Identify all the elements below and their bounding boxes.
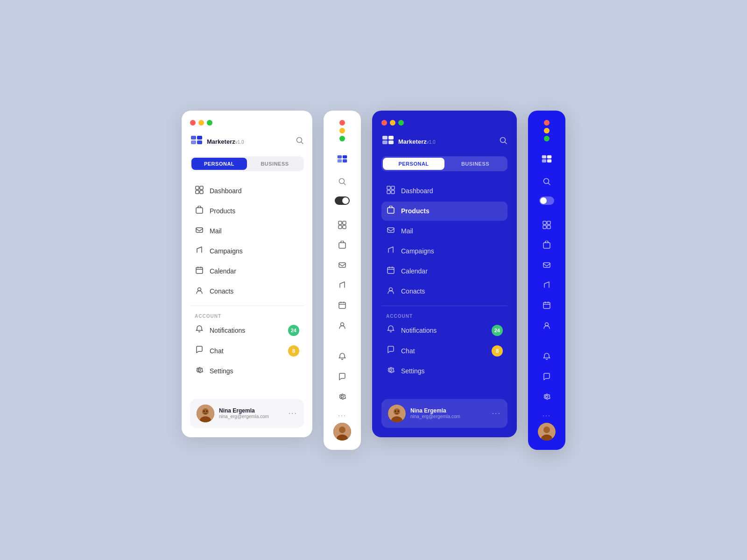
nav-main-3: Dashboard Products Mail Ca: [381, 182, 507, 392]
svg-rect-29: [339, 243, 345, 248]
collapsed-notifications-icon-dark[interactable]: [534, 348, 560, 368]
dot-maximize-4[interactable]: [544, 136, 550, 141]
svg-rect-37: [388, 136, 394, 140]
tab-business-dark[interactable]: BUSINESS: [444, 158, 506, 170]
collapsed-mail-icon[interactable]: [329, 256, 355, 276]
collapsed-more-button[interactable]: ···: [338, 412, 346, 419]
collapsed-settings-icon[interactable]: [329, 388, 355, 408]
dot-maximize[interactable]: [207, 120, 212, 126]
search-button[interactable]: [296, 136, 304, 147]
nav-item-mail-dark[interactable]: Mail: [381, 222, 507, 241]
svg-rect-6: [196, 186, 199, 189]
dot-close-2[interactable]: [339, 120, 345, 126]
dot-close[interactable]: [190, 120, 196, 126]
account-section-label-dark: ACCOUNT: [381, 311, 507, 321]
nav-item-notifications[interactable]: Notifications 24: [190, 321, 304, 340]
svg-rect-45: [391, 190, 395, 194]
more-menu-button-dark[interactable]: ···: [492, 409, 501, 418]
nav-item-mail[interactable]: Mail: [190, 222, 304, 241]
nav-item-products-dark[interactable]: Products: [381, 202, 507, 221]
collapsed-contacts-icon[interactable]: [329, 316, 355, 336]
user-footer-dark[interactable]: Nina Ergemla nina_erg@ergemla.com ···: [381, 399, 507, 428]
nav-item-settings[interactable]: Settings: [190, 362, 304, 381]
collapsed-campaigns-icon-dark[interactable]: [534, 276, 560, 296]
logo-icon: [190, 135, 203, 148]
nav-label-settings: Settings: [210, 367, 233, 375]
dot-close-3[interactable]: [381, 120, 387, 126]
nav-item-settings-dark[interactable]: Settings: [381, 362, 507, 381]
dot-minimize[interactable]: [198, 120, 204, 126]
collapsed-settings-icon-dark[interactable]: [534, 388, 560, 408]
nav-item-dashboard-dark[interactable]: Dashboard: [381, 182, 507, 201]
nav-item-campaigns-dark[interactable]: Campaigns: [381, 242, 507, 261]
svg-rect-64: [547, 225, 550, 229]
svg-rect-65: [543, 243, 550, 248]
nav-label-chat: Chat: [210, 347, 224, 355]
collapsed-products-icon-dark[interactable]: [534, 236, 560, 256]
tab-personal[interactable]: PERSONAL: [191, 158, 247, 170]
nav-item-chat-dark[interactable]: Chat 8: [381, 341, 507, 361]
tab-business[interactable]: BUSINESS: [247, 158, 303, 170]
nav-item-calendar-dark[interactable]: Calendar: [381, 262, 507, 281]
nav-item-notifications-dark[interactable]: Notifications 24: [381, 321, 507, 340]
svg-rect-25: [338, 221, 342, 224]
collapsed-dashboard-icon-dark[interactable]: [534, 216, 560, 236]
nav-label-notifications: Notifications: [210, 327, 245, 334]
nav-item-contacts[interactable]: Conacts: [190, 282, 304, 301]
collapsed-dashboard-icon[interactable]: [329, 216, 355, 236]
user-footer-1[interactable]: Nina Ergemla nina_erg@ergemla.com ···: [190, 399, 304, 428]
dot-minimize-3[interactable]: [390, 120, 395, 126]
nav-item-chat[interactable]: Chat 8: [190, 341, 304, 361]
collapsed-products-icon[interactable]: [329, 236, 355, 256]
dot-minimize-4[interactable]: [544, 128, 550, 133]
collapsed-chat-icon[interactable]: [329, 368, 355, 388]
collapsed-search-icon-dark[interactable]: [534, 173, 560, 193]
collapsed-logo-icon: [329, 150, 355, 173]
svg-rect-31: [339, 302, 345, 308]
collapsed-avatar-dark[interactable]: [538, 423, 556, 441]
window-controls-3: [381, 120, 507, 126]
collapsed-avatar[interactable]: [333, 423, 351, 441]
nav-label-contacts-dark: Conacts: [401, 287, 425, 295]
mail-icon: [195, 226, 204, 237]
more-menu-button-1[interactable]: ···: [289, 409, 297, 418]
collapsed-search-icon[interactable]: [329, 173, 355, 193]
collapsed-chat-icon-dark[interactable]: [534, 368, 560, 388]
nav-item-products[interactable]: Products: [190, 202, 304, 221]
collapsed-notifications-icon[interactable]: [329, 348, 355, 368]
collapsed-contacts-icon-dark[interactable]: [534, 316, 560, 336]
dashboard-icon-dark: [386, 186, 395, 196]
nav-item-calendar[interactable]: Calendar: [190, 262, 304, 281]
collapsed-calendar-icon-dark[interactable]: [534, 296, 560, 316]
dot-maximize-3[interactable]: [398, 120, 404, 126]
svg-rect-57: [542, 159, 546, 162]
tab-personal-dark[interactable]: PERSONAL: [383, 158, 444, 170]
nav-label-campaigns: Campaigns: [210, 247, 243, 255]
svg-point-34: [339, 427, 345, 433]
svg-rect-48: [388, 267, 394, 273]
nav-item-dashboard[interactable]: Dashboard: [190, 182, 304, 201]
chat-badge: 8: [288, 345, 299, 357]
avatar-dark: [388, 405, 406, 422]
svg-line-5: [302, 142, 303, 144]
search-button-dark[interactable]: [499, 136, 507, 147]
collapsed-campaigns-icon[interactable]: [329, 276, 355, 296]
nav-label-dashboard: Dashboard: [210, 187, 242, 195]
collapsed-toggle[interactable]: [335, 196, 350, 205]
settings-icon-dark: [386, 366, 395, 377]
svg-rect-38: [382, 140, 388, 144]
dot-close-4[interactable]: [544, 120, 550, 126]
nav-label-settings-dark: Settings: [401, 367, 425, 375]
collapsed-toggle-dark[interactable]: [539, 196, 554, 205]
svg-rect-66: [543, 263, 550, 267]
contacts-icon: [195, 286, 204, 297]
nav-item-contacts-dark[interactable]: Conacts: [381, 282, 507, 301]
dot-maximize-2[interactable]: [339, 136, 345, 141]
collapsed-calendar-icon[interactable]: [329, 296, 355, 316]
nav-item-campaigns[interactable]: Campaigns: [190, 242, 304, 261]
collapsed-more-button-dark[interactable]: ···: [543, 412, 551, 419]
dot-minimize-2[interactable]: [339, 128, 345, 133]
products-icon: [195, 206, 204, 217]
svg-rect-20: [343, 155, 347, 158]
collapsed-mail-icon-dark[interactable]: [534, 256, 560, 276]
